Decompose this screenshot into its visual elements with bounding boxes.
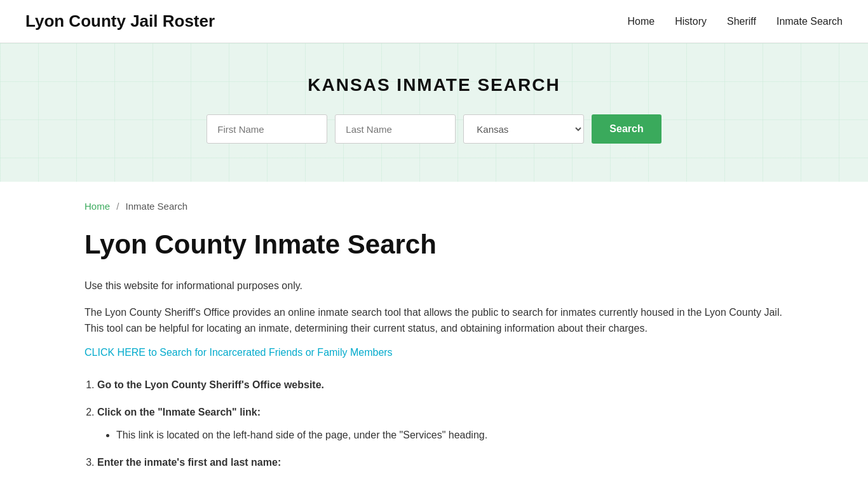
instruction-step: Enter the inmate's first and last name:	[97, 454, 783, 472]
cta-link[interactable]: CLICK HERE to Search for Incarcerated Fr…	[85, 347, 783, 358]
state-select[interactable]: KansasAlabamaAlaskaArizonaArkansasCalifo…	[463, 114, 584, 144]
page-title: Lyon County Inmate Search	[85, 229, 783, 260]
nav-sheriff[interactable]: Sheriff	[727, 16, 756, 27]
description-text: The Lyon County Sheriff's Office provide…	[85, 304, 783, 337]
site-header: Lyon County Jail Roster Home History She…	[0, 0, 868, 43]
nav-inmate-search[interactable]: Inmate Search	[776, 16, 843, 27]
inmate-search-form: KansasAlabamaAlaskaArizonaArkansasCalifo…	[13, 114, 855, 144]
instruction-step: Click on the "Inmate Search" link:This l…	[97, 403, 783, 445]
last-name-input[interactable]	[335, 114, 456, 144]
nav-history[interactable]: History	[675, 16, 707, 27]
main-nav: Home History Sheriff Inmate Search	[628, 16, 843, 27]
nav-home[interactable]: Home	[628, 16, 655, 27]
instruction-sub-item: This link is located on the left-hand si…	[116, 426, 783, 445]
instructions-list: Go to the Lyon County Sheriff's Office w…	[85, 376, 783, 472]
breadcrumb: Home / Inmate Search	[85, 201, 783, 212]
hero-heading: KANSAS INMATE SEARCH	[13, 75, 855, 95]
breadcrumb-current: Inmate Search	[126, 201, 188, 212]
breadcrumb-separator: /	[116, 201, 119, 212]
disclaimer-text: Use this website for informational purpo…	[85, 278, 783, 294]
main-content: Home / Inmate Search Lyon County Inmate …	[59, 182, 809, 488]
site-logo[interactable]: Lyon County Jail Roster	[25, 11, 215, 31]
first-name-input[interactable]	[207, 114, 327, 144]
breadcrumb-home[interactable]: Home	[85, 201, 110, 212]
instruction-step: Go to the Lyon County Sheriff's Office w…	[97, 376, 783, 395]
hero-section: KANSAS INMATE SEARCH KansasAlabamaAlaska…	[0, 43, 868, 182]
search-button[interactable]: Search	[592, 114, 661, 144]
